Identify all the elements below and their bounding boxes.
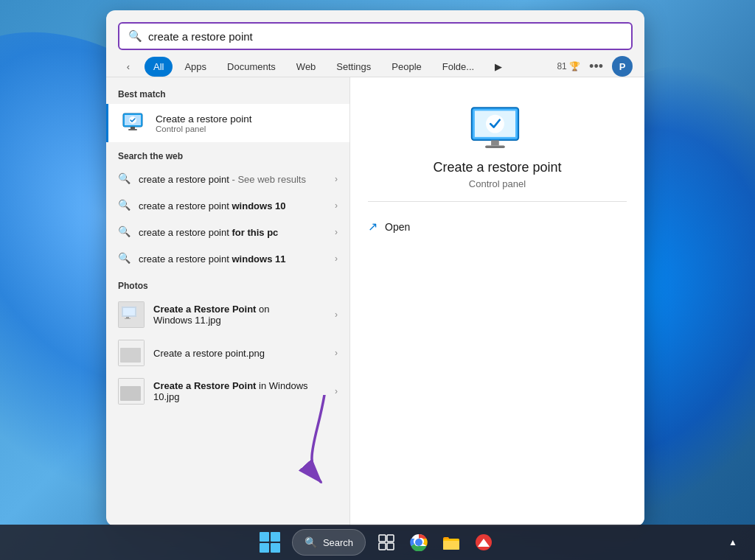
system-tray: ▲ bbox=[728, 537, 746, 547]
right-app-subtitle: Control panel bbox=[469, 178, 526, 189]
tab-folders[interactable]: Folde... bbox=[434, 57, 483, 77]
web-result-text-1: create a restore point - See web results bbox=[139, 174, 335, 185]
left-panel: Best match Create bbox=[106, 77, 349, 526]
photo-arrow-2: › bbox=[335, 348, 338, 358]
best-match-item[interactable]: Create a restore point Control panel bbox=[106, 104, 349, 142]
svg-rect-10 bbox=[126, 317, 129, 318]
search-query: create a restore point bbox=[148, 30, 622, 43]
mail-button[interactable] bbox=[469, 528, 498, 557]
photo-text-1: Create a Restore Point onWindows 11.jpg bbox=[153, 304, 335, 326]
photo-arrow-1: › bbox=[335, 309, 338, 320]
chrome-icon-button[interactable] bbox=[404, 528, 434, 557]
svg-rect-4 bbox=[131, 127, 135, 129]
web-arrow-1: › bbox=[335, 174, 338, 184]
open-icon: ↗ bbox=[368, 220, 378, 234]
svg-rect-20 bbox=[491, 140, 499, 145]
user-avatar[interactable]: P bbox=[612, 56, 633, 77]
right-divider bbox=[368, 201, 627, 202]
taskbar-center: 🔍 Search bbox=[257, 528, 498, 557]
photo-text-3: Create a Restore Point in Windows 10.jpg bbox=[153, 380, 335, 402]
best-match-label: Best match bbox=[106, 86, 349, 104]
svg-rect-24 bbox=[387, 535, 394, 542]
svg-rect-31 bbox=[443, 541, 459, 550]
system-clock: ▲ bbox=[728, 537, 737, 547]
photo-thumb-3 bbox=[118, 378, 145, 405]
svg-rect-11 bbox=[125, 318, 131, 319]
web-result-4[interactable]: 🔍 create a restore point windows 11 › bbox=[106, 245, 349, 272]
app-icon-large bbox=[468, 101, 527, 160]
web-arrow-3: › bbox=[335, 227, 338, 237]
web-result-text-3: create a restore point for this pc bbox=[139, 227, 335, 238]
svg-rect-21 bbox=[485, 145, 505, 148]
search-taskbar-icon: 🔍 bbox=[305, 536, 317, 548]
tab-documents[interactable]: Documents bbox=[218, 57, 285, 77]
right-panel: Create a restore point Control panel ↗ O… bbox=[349, 77, 644, 526]
svg-rect-15 bbox=[120, 386, 141, 401]
web-result-text-4: create a restore point windows 11 bbox=[139, 253, 335, 265]
web-search-icon-4: 🔍 bbox=[118, 252, 131, 265]
best-match-text: Create a restore point Control panel bbox=[156, 113, 338, 133]
web-arrow-2: › bbox=[335, 200, 338, 211]
search-popup: 🔍 create a restore point ‹ All Apps Docu… bbox=[106, 10, 644, 526]
web-search-icon-2: 🔍 bbox=[118, 199, 131, 212]
svg-rect-25 bbox=[379, 543, 386, 550]
search-taskbar-button[interactable]: 🔍 Search bbox=[292, 529, 366, 556]
tab-play[interactable]: ▶ bbox=[486, 57, 511, 77]
web-result-1[interactable]: 🔍 create a restore point - See web resul… bbox=[106, 166, 349, 192]
tab-web[interactable]: Web bbox=[288, 57, 325, 77]
web-section-label: Search the web bbox=[106, 148, 349, 166]
task-view-button[interactable] bbox=[372, 528, 401, 557]
see-web-label: - See web results bbox=[232, 174, 305, 185]
start-button[interactable] bbox=[257, 528, 286, 557]
web-arrow-4: › bbox=[335, 253, 338, 264]
back-button[interactable]: ‹ bbox=[118, 56, 139, 77]
web-result-text-2: create a restore point windows 10 bbox=[139, 200, 335, 211]
svg-rect-13 bbox=[120, 348, 141, 363]
web-search-icon-3: 🔍 bbox=[118, 225, 131, 239]
svg-rect-9 bbox=[123, 308, 135, 315]
photos-section-label: Photos bbox=[106, 278, 349, 295]
tab-apps[interactable]: Apps bbox=[175, 57, 215, 77]
svg-rect-23 bbox=[379, 535, 386, 542]
photo-thumb-1 bbox=[118, 301, 145, 328]
svg-rect-26 bbox=[387, 543, 394, 550]
svg-point-19 bbox=[486, 115, 504, 133]
filter-tabs: ‹ All Apps Documents Web Settings People… bbox=[106, 50, 644, 77]
svg-point-29 bbox=[416, 539, 422, 545]
open-label: Open bbox=[385, 221, 410, 233]
right-app-name: Create a restore point bbox=[433, 160, 561, 175]
photo-result-3[interactable]: Create a Restore Point in Windows 10.jpg… bbox=[106, 372, 349, 410]
photo-result-2[interactable]: Create a restore point.png › bbox=[106, 334, 349, 372]
open-action[interactable]: ↗ Open bbox=[368, 214, 627, 239]
photo-text-2: Create a restore point.png bbox=[153, 348, 335, 359]
svg-rect-5 bbox=[128, 129, 137, 130]
file-explorer-button[interactable] bbox=[436, 528, 466, 557]
web-result-3[interactable]: 🔍 create a restore point for this pc › bbox=[106, 219, 349, 245]
taskbar: 🔍 Search bbox=[0, 525, 755, 560]
photo-thumb-2 bbox=[118, 340, 145, 366]
best-match-title: Create a restore point bbox=[156, 113, 338, 125]
tab-all[interactable]: All bbox=[145, 57, 173, 77]
best-match-subtitle: Control panel bbox=[156, 125, 338, 133]
web-result-2[interactable]: 🔍 create a restore point windows 10 › bbox=[106, 192, 349, 219]
photo-arrow-3: › bbox=[335, 386, 338, 396]
photo-result-1[interactable]: Create a Restore Point onWindows 11.jpg … bbox=[106, 295, 349, 334]
search-icon: 🔍 bbox=[128, 29, 142, 43]
tab-settings[interactable]: Settings bbox=[327, 57, 380, 77]
search-bar[interactable]: 🔍 create a restore point bbox=[118, 22, 633, 50]
tab-people[interactable]: People bbox=[383, 57, 430, 77]
web-search-icon-1: 🔍 bbox=[118, 172, 131, 186]
windows-logo bbox=[260, 532, 280, 553]
right-actions: ↗ Open bbox=[368, 214, 627, 239]
control-panel-icon bbox=[120, 110, 147, 136]
result-count: 81 🏆 bbox=[557, 61, 580, 71]
more-button[interactable]: ••• bbox=[589, 59, 603, 74]
search-taskbar-label: Search bbox=[323, 537, 353, 548]
search-content: Best match Create bbox=[106, 77, 644, 526]
